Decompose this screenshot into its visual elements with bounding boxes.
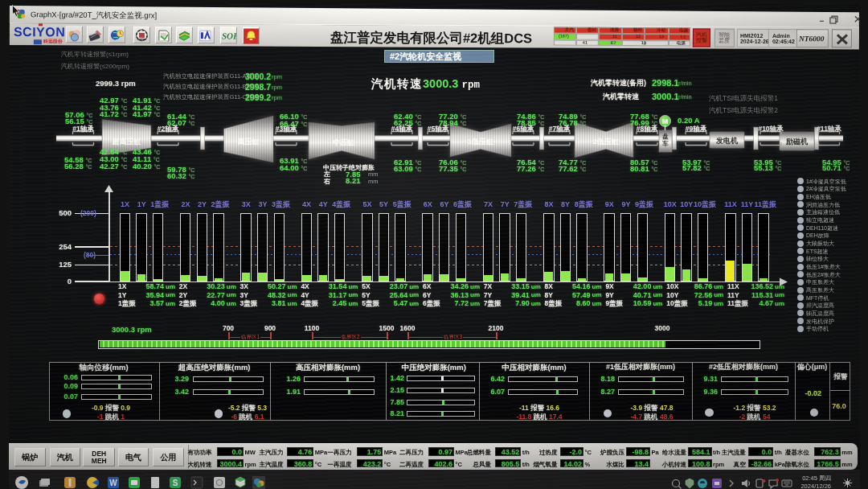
svg-text:高压缸: 高压缸: [238, 138, 260, 146]
svg-text:盘: 盘: [661, 133, 669, 140]
svg-text:励磁机: 励磁机: [785, 138, 809, 146]
svg-text:车: 车: [661, 140, 669, 147]
svg-text:W: W: [109, 479, 117, 487]
svg-text:SOE: SOE: [221, 30, 235, 39]
svg-text:超高压缸: 超高压缸: [112, 138, 141, 146]
svg-text:发电机: 发电机: [715, 137, 739, 145]
svg-text:2低压缸: 2低压缸: [593, 138, 619, 146]
svg-text:中压缸: 中压缸: [334, 138, 355, 146]
svg-text:S: S: [173, 479, 178, 487]
svg-text:1低压缸: 1低压缸: [468, 138, 493, 146]
